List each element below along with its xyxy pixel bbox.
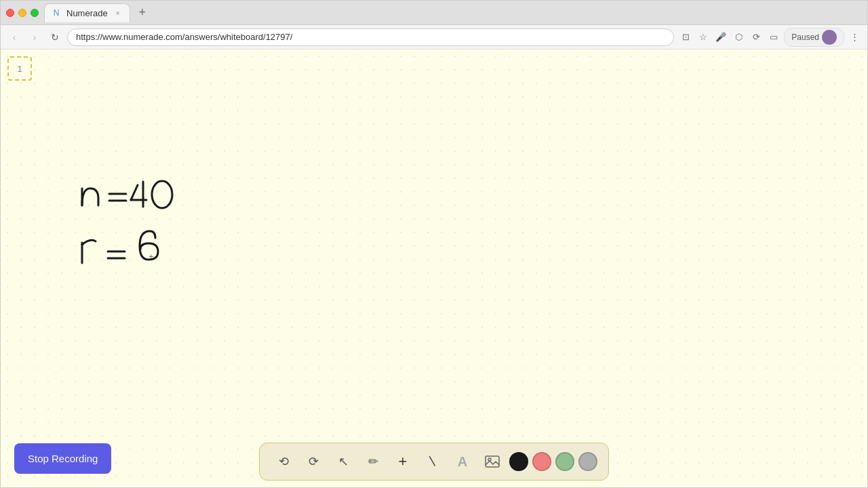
refresh-button[interactable]: ↻ — [47, 29, 63, 45]
tab-close-button[interactable]: × — [113, 8, 123, 18]
pen-tool-button[interactable]: ✏ — [360, 449, 386, 474]
color-gray[interactable] — [578, 452, 597, 471]
svg-point-6 — [152, 181, 172, 208]
color-pink[interactable] — [532, 452, 551, 471]
add-icon: + — [399, 453, 408, 470]
cast-icon[interactable]: ⊡ — [678, 30, 693, 45]
text-tool-button[interactable]: A — [450, 449, 475, 474]
active-tab[interactable]: N Numerade × — [44, 3, 130, 22]
redo-icon: ⟳ — [309, 454, 319, 469]
paused-label: Paused — [791, 33, 819, 42]
address-bar-icons: ⊡ ☆ 🎤 ⬡ ⟳ ▭ Paused ⋮ — [678, 28, 862, 47]
whiteboard-canvas[interactable]: 1 + — [1, 49, 867, 487]
eraser-icon: / — [425, 454, 441, 470]
tab-title: Numerade — [66, 8, 108, 18]
new-tab-button[interactable]: + — [133, 3, 152, 22]
stop-recording-button[interactable]: Stop Recording — [14, 443, 111, 474]
image-tool-button[interactable] — [479, 449, 505, 474]
select-icon: ↖ — [338, 454, 349, 469]
text-icon: A — [458, 454, 467, 470]
title-bar: N Numerade × + — [1, 1, 867, 25]
address-bar: ‹ › ↻ https://www.numerade.com/answers/w… — [1, 25, 867, 49]
minimize-traffic-light[interactable] — [18, 9, 26, 17]
url-bar[interactable]: https://www.numerade.com/answers/whitebo… — [67, 28, 674, 46]
forward-button[interactable]: › — [26, 29, 43, 45]
image-icon — [485, 454, 500, 469]
select-tool-button[interactable]: ↖ — [330, 449, 356, 474]
redo-button[interactable]: ⟳ — [300, 449, 326, 474]
maximize-traffic-light[interactable] — [31, 9, 39, 17]
cursor-indicator: + — [149, 251, 154, 262]
bookmark-icon[interactable]: ☆ — [696, 30, 711, 45]
extensions-icon[interactable]: ⬡ — [731, 30, 746, 45]
tab-favicon: N — [52, 8, 61, 18]
sync-icon[interactable]: ⟳ — [749, 30, 764, 45]
screen-icon[interactable]: ▭ — [766, 30, 781, 45]
browser-window: N Numerade × + ‹ › ↻ https://www.numerad… — [0, 0, 868, 488]
url-text: https://www.numerade.com/answers/whitebo… — [76, 32, 292, 42]
bottom-toolbar: ⟲ ⟳ ↖ ✏ + / A — [259, 443, 609, 481]
back-button[interactable]: ‹ — [6, 29, 22, 45]
user-avatar — [822, 30, 837, 45]
menu-icon[interactable]: ⋮ — [847, 30, 862, 45]
color-green[interactable] — [555, 452, 574, 471]
stop-recording-label: Stop Recording — [28, 453, 98, 464]
svg-rect-10 — [486, 456, 499, 467]
color-black[interactable] — [509, 452, 528, 471]
page-indicator: 1 — [7, 56, 32, 81]
close-traffic-light[interactable] — [6, 9, 14, 17]
tab-bar: N Numerade × + — [44, 3, 862, 22]
undo-button[interactable]: ⟲ — [271, 449, 296, 474]
paused-badge: Paused — [784, 28, 844, 47]
undo-icon: ⟲ — [279, 454, 289, 469]
svg-line-3 — [131, 185, 138, 200]
eraser-tool-button[interactable]: / — [420, 449, 446, 474]
math-handwriting — [55, 151, 272, 287]
mic-icon[interactable]: 🎤 — [713, 30, 728, 45]
add-button[interactable]: + — [390, 449, 416, 474]
pen-icon: ✏ — [368, 454, 378, 469]
traffic-lights — [6, 9, 39, 17]
